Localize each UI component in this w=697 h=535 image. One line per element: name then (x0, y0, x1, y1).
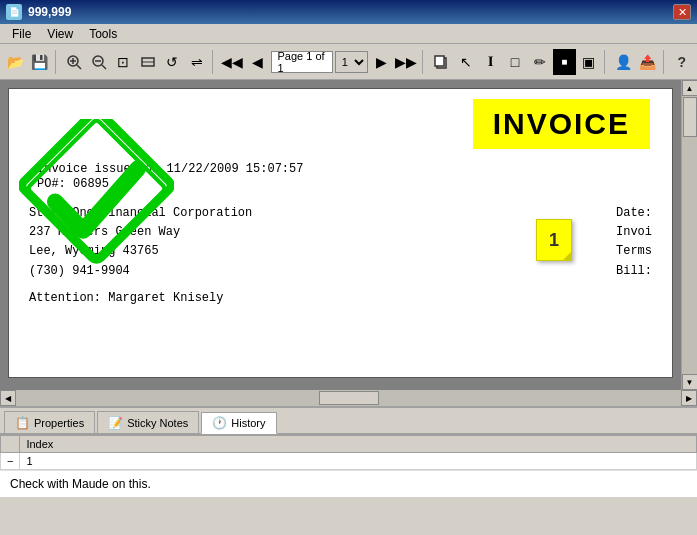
h-scroll-track[interactable] (16, 390, 681, 406)
properties-icon: 📋 (15, 416, 30, 430)
tab-history[interactable]: 🕐 History (201, 412, 276, 434)
text-select-button[interactable]: 𝐈 (479, 49, 502, 75)
mirror-button[interactable]: ⇌ (186, 49, 209, 75)
table-index-cell: 1 (20, 453, 697, 470)
panel-table: Index − 1 (0, 435, 697, 470)
prev-page-button[interactable]: ◀ (246, 49, 269, 75)
border-button[interactable]: ▣ (578, 49, 601, 75)
horizontal-scrollbar-row: ◀ ▶ (0, 390, 697, 406)
label-bill: Bill: (572, 262, 652, 281)
vertical-scrollbar[interactable]: ▲ ▼ (681, 80, 697, 390)
fit-page-button[interactable]: ⊡ (112, 49, 135, 75)
svg-rect-11 (20, 119, 173, 262)
table-row: − 1 (1, 453, 697, 470)
tab-sticky-notes[interactable]: 📝 Sticky Notes (97, 411, 199, 433)
svg-line-1 (77, 65, 81, 69)
fit-width-button[interactable] (137, 49, 160, 75)
tab-properties[interactable]: 📋 Properties (4, 411, 95, 433)
markup-button[interactable]: ✏ (528, 49, 551, 75)
last-page-button[interactable]: ▶▶ (394, 49, 418, 75)
document-page: INVOICE Invoice issued on 11/22/2009 15:… (8, 88, 673, 378)
h-scroll-thumb[interactable] (319, 391, 379, 405)
scroll-left-button[interactable]: ◀ (0, 390, 16, 406)
table-header-index: Index (20, 436, 697, 453)
page-indicator: Page 1 of 1 (271, 51, 333, 73)
copy-button[interactable] (430, 49, 453, 75)
help-button[interactable]: ? (670, 49, 693, 75)
table-expand-cell[interactable]: − (1, 453, 20, 470)
window-title: 999,999 (28, 5, 71, 19)
save-button[interactable]: 💾 (29, 49, 52, 75)
scroll-thumb[interactable] (683, 97, 697, 137)
attention: Attention: Margaret Knisely (29, 289, 572, 308)
app-icon: 📄 (6, 4, 22, 20)
zoom-in-button[interactable] (63, 49, 86, 75)
toolbar: 📂 💾 ⊡ ↺ ⇌ ◀◀ ◀ Page 1 of 1 1 ▶ ▶▶ ↖ 𝐈 □ … (0, 44, 697, 80)
open-button[interactable]: 📂 (4, 49, 27, 75)
invoice-labels: Date: Invoi Terms Bill: (572, 204, 652, 308)
rect-select-button[interactable]: □ (504, 49, 527, 75)
scroll-down-button[interactable]: ▼ (682, 374, 698, 390)
export-button[interactable]: 📤 (636, 49, 659, 75)
svg-line-5 (102, 65, 106, 69)
history-icon: 🕐 (212, 416, 227, 430)
stamp-overlay (19, 119, 179, 279)
svg-rect-12 (27, 119, 166, 258)
bottom-panel: Index − 1 Check with Maude on this. (0, 434, 697, 497)
label-date: Date: (572, 204, 652, 223)
rotate-button[interactable]: ↺ (161, 49, 184, 75)
scroll-right-button[interactable]: ▶ (681, 390, 697, 406)
tab-history-label: History (231, 417, 265, 429)
sticky-note-icon: 1 (536, 219, 572, 261)
scroll-track[interactable] (682, 96, 697, 374)
menu-bar: File View Tools (0, 24, 697, 44)
select-arrow-button[interactable]: ↖ (455, 49, 478, 75)
sticky-notes-icon: 📝 (108, 416, 123, 430)
next-page-button[interactable]: ▶ (370, 49, 393, 75)
tab-sticky-notes-label: Sticky Notes (127, 417, 188, 429)
fill-button[interactable]: ■ (553, 49, 576, 75)
sticky-note-number: 1 (549, 230, 559, 251)
svg-rect-10 (435, 56, 444, 66)
panel-note: Check with Maude on this. (0, 470, 697, 497)
tab-properties-label: Properties (34, 417, 84, 429)
invoice-title: INVOICE (473, 99, 650, 149)
label-terms: Terms (572, 242, 652, 261)
document-view: INVOICE Invoice issued on 11/22/2009 15:… (0, 80, 681, 390)
menu-tools[interactable]: Tools (81, 25, 125, 43)
title-bar: 📄 999,999 ✕ (0, 0, 697, 24)
document-area: INVOICE Invoice issued on 11/22/2009 15:… (0, 80, 697, 390)
close-button[interactable]: ✕ (673, 4, 691, 20)
table-header-expand (1, 436, 20, 453)
menu-view[interactable]: View (39, 25, 81, 43)
tab-bar: 📋 Properties 📝 Sticky Notes 🕐 History (0, 406, 697, 434)
label-invoi: Invoi (572, 223, 652, 242)
scroll-up-button[interactable]: ▲ (682, 80, 698, 96)
first-page-button[interactable]: ◀◀ (220, 49, 244, 75)
user-button[interactable]: 👤 (612, 49, 635, 75)
menu-file[interactable]: File (4, 25, 39, 43)
page-dropdown[interactable]: 1 (335, 51, 368, 73)
zoom-out-button[interactable] (87, 49, 110, 75)
